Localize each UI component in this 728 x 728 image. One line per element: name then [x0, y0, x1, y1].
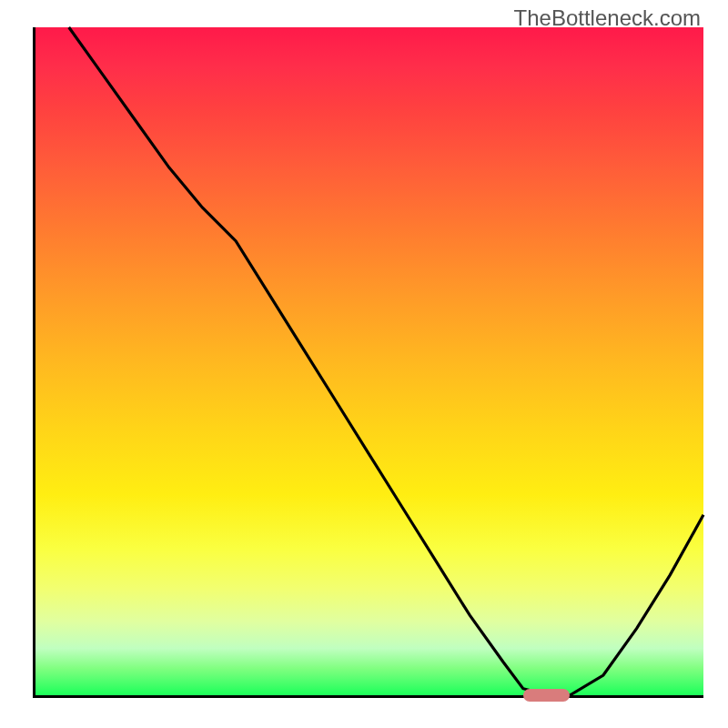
optimum-marker [523, 689, 570, 702]
plot-area [33, 27, 703, 698]
bottleneck-curve-path [69, 27, 703, 695]
chart-svg [35, 27, 703, 695]
